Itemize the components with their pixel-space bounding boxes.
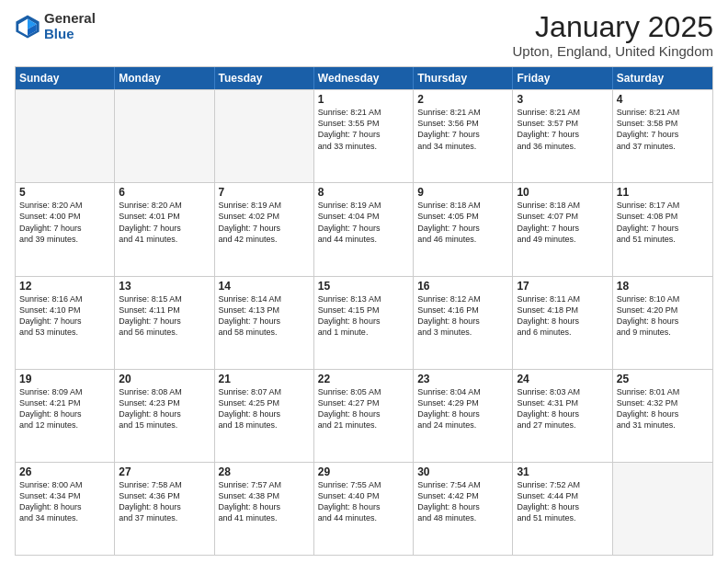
day-number: 20 — [119, 373, 210, 385]
cal-cell: 3Sunrise: 8:21 AMSunset: 3:57 PMDaylight… — [513, 90, 612, 182]
cell-text: Sunrise: 8:11 AMSunset: 4:18 PMDaylight:… — [517, 293, 608, 339]
cell-text: Sunrise: 7:57 AMSunset: 4:38 PMDaylight:… — [219, 479, 310, 524]
logo-general: General — [44, 11, 96, 27]
day-header-wednesday: Wednesday — [314, 67, 414, 89]
cell-text: Sunrise: 7:52 AMSunset: 4:44 PMDaylight:… — [517, 479, 608, 524]
title-block: January 2025 Upton, England, United King… — [513, 11, 713, 59]
logo-text: General Blue — [44, 11, 96, 41]
day-number: 6 — [119, 186, 210, 199]
day-number: 29 — [318, 465, 409, 478]
day-number: 15 — [318, 280, 409, 293]
cal-cell — [16, 90, 115, 182]
cell-text: Sunrise: 8:21 AMSunset: 3:58 PMDaylight:… — [617, 107, 709, 152]
day-header-friday: Friday — [513, 67, 612, 89]
cal-cell: 20Sunrise: 8:08 AMSunset: 4:23 PMDayligh… — [115, 370, 214, 462]
cal-cell — [613, 463, 712, 555]
logo-icon — [15, 14, 40, 40]
day-header-saturday: Saturday — [613, 67, 712, 89]
cell-text: Sunrise: 8:19 AMSunset: 4:02 PMDaylight:… — [219, 200, 310, 245]
cal-cell: 31Sunrise: 7:52 AMSunset: 4:44 PMDayligh… — [513, 463, 612, 555]
cell-text: Sunrise: 8:01 AMSunset: 4:32 PMDaylight:… — [617, 386, 709, 431]
day-number: 26 — [19, 465, 110, 478]
cell-text: Sunrise: 8:21 AMSunset: 3:57 PMDaylight:… — [517, 107, 608, 152]
day-number: 23 — [417, 373, 508, 385]
cal-cell — [215, 90, 314, 182]
cal-cell: 17Sunrise: 8:11 AMSunset: 4:18 PMDayligh… — [513, 277, 612, 369]
day-number: 28 — [219, 465, 310, 478]
cell-text: Sunrise: 8:17 AMSunset: 4:08 PMDaylight:… — [617, 200, 709, 245]
cal-cell: 23Sunrise: 8:04 AMSunset: 4:29 PMDayligh… — [414, 370, 513, 462]
cal-cell: 22Sunrise: 8:05 AMSunset: 4:27 PMDayligh… — [314, 370, 414, 462]
cal-cell: 15Sunrise: 8:13 AMSunset: 4:15 PMDayligh… — [314, 277, 414, 369]
cell-text: Sunrise: 8:12 AMSunset: 4:16 PMDaylight:… — [417, 293, 508, 339]
cal-cell: 12Sunrise: 8:16 AMSunset: 4:10 PMDayligh… — [16, 277, 115, 369]
cell-text: Sunrise: 8:18 AMSunset: 4:05 PMDaylight:… — [417, 200, 508, 245]
day-number: 7 — [219, 186, 310, 199]
logo: General Blue — [15, 11, 96, 41]
cell-text: Sunrise: 8:15 AMSunset: 4:11 PMDaylight:… — [119, 293, 210, 339]
day-number: 3 — [517, 93, 608, 106]
cal-cell: 30Sunrise: 7:54 AMSunset: 4:42 PMDayligh… — [414, 463, 513, 555]
calendar-body: 1Sunrise: 8:21 AMSunset: 3:55 PMDaylight… — [16, 89, 712, 555]
cal-cell: 8Sunrise: 8:19 AMSunset: 4:04 PMDaylight… — [314, 183, 414, 275]
day-number: 9 — [417, 186, 508, 199]
week-row-3: 12Sunrise: 8:16 AMSunset: 4:10 PMDayligh… — [16, 276, 712, 369]
day-number: 30 — [417, 465, 508, 478]
cal-cell: 28Sunrise: 7:57 AMSunset: 4:38 PMDayligh… — [215, 463, 314, 555]
cell-text: Sunrise: 8:20 AMSunset: 4:00 PMDaylight:… — [19, 200, 110, 245]
cal-cell: 16Sunrise: 8:12 AMSunset: 4:16 PMDayligh… — [414, 277, 513, 369]
cal-cell: 7Sunrise: 8:19 AMSunset: 4:02 PMDaylight… — [215, 183, 314, 275]
day-number: 24 — [517, 373, 608, 385]
cell-text: Sunrise: 7:54 AMSunset: 4:42 PMDaylight:… — [417, 479, 508, 524]
day-number: 5 — [19, 186, 110, 199]
calendar-header: SundayMondayTuesdayWednesdayThursdayFrid… — [16, 67, 712, 89]
cal-cell: 18Sunrise: 8:10 AMSunset: 4:20 PMDayligh… — [613, 277, 712, 369]
day-number: 8 — [318, 186, 409, 199]
cell-text: Sunrise: 8:18 AMSunset: 4:07 PMDaylight:… — [517, 200, 608, 245]
cell-text: Sunrise: 8:09 AMSunset: 4:21 PMDaylight:… — [19, 386, 110, 431]
cell-text: Sunrise: 8:04 AMSunset: 4:29 PMDaylight:… — [417, 386, 508, 431]
cell-text: Sunrise: 8:07 AMSunset: 4:25 PMDaylight:… — [219, 386, 310, 431]
week-row-2: 5Sunrise: 8:20 AMSunset: 4:00 PMDaylight… — [16, 182, 712, 275]
cal-cell: 10Sunrise: 8:18 AMSunset: 4:07 PMDayligh… — [513, 183, 612, 275]
day-number: 19 — [19, 373, 110, 385]
cal-cell: 2Sunrise: 8:21 AMSunset: 3:56 PMDaylight… — [414, 90, 513, 182]
cal-cell: 13Sunrise: 8:15 AMSunset: 4:11 PMDayligh… — [115, 277, 214, 369]
cal-cell: 1Sunrise: 8:21 AMSunset: 3:55 PMDaylight… — [314, 90, 414, 182]
header: General Blue January 2025 Upton, England… — [15, 11, 713, 59]
cell-text: Sunrise: 8:13 AMSunset: 4:15 PMDaylight:… — [318, 293, 409, 339]
cal-cell: 14Sunrise: 8:14 AMSunset: 4:13 PMDayligh… — [215, 277, 314, 369]
day-number: 31 — [517, 465, 608, 478]
subtitle: Upton, England, United Kingdom — [513, 43, 713, 59]
calendar: SundayMondayTuesdayWednesdayThursdayFrid… — [15, 66, 713, 556]
cell-text: Sunrise: 8:19 AMSunset: 4:04 PMDaylight:… — [318, 200, 409, 245]
day-number: 25 — [617, 373, 709, 385]
cal-cell: 9Sunrise: 8:18 AMSunset: 4:05 PMDaylight… — [414, 183, 513, 275]
cal-cell: 26Sunrise: 8:00 AMSunset: 4:34 PMDayligh… — [16, 463, 115, 555]
cell-text: Sunrise: 8:08 AMSunset: 4:23 PMDaylight:… — [119, 386, 210, 431]
day-number: 17 — [517, 280, 608, 293]
day-number: 12 — [19, 280, 110, 293]
cell-text: Sunrise: 7:58 AMSunset: 4:36 PMDaylight:… — [119, 479, 210, 524]
day-number: 1 — [318, 93, 409, 106]
cal-cell: 5Sunrise: 8:20 AMSunset: 4:00 PMDaylight… — [16, 183, 115, 275]
cell-text: Sunrise: 8:21 AMSunset: 3:55 PMDaylight:… — [318, 107, 409, 152]
cell-text: Sunrise: 8:03 AMSunset: 4:31 PMDaylight:… — [517, 386, 608, 431]
main-title: January 2025 — [513, 11, 713, 43]
day-number: 16 — [417, 280, 508, 293]
day-header-thursday: Thursday — [414, 67, 513, 89]
day-number: 22 — [318, 373, 409, 385]
cell-text: Sunrise: 8:20 AMSunset: 4:01 PMDaylight:… — [119, 200, 210, 245]
day-number: 10 — [517, 186, 608, 199]
day-number: 27 — [119, 465, 210, 478]
cal-cell: 6Sunrise: 8:20 AMSunset: 4:01 PMDaylight… — [115, 183, 214, 275]
cal-cell: 11Sunrise: 8:17 AMSunset: 4:08 PMDayligh… — [613, 183, 712, 275]
cal-cell: 24Sunrise: 8:03 AMSunset: 4:31 PMDayligh… — [513, 370, 612, 462]
cell-text: Sunrise: 8:21 AMSunset: 3:56 PMDaylight:… — [417, 107, 508, 152]
cal-cell: 21Sunrise: 8:07 AMSunset: 4:25 PMDayligh… — [215, 370, 314, 462]
day-number: 18 — [617, 280, 709, 293]
day-number: 21 — [219, 373, 310, 385]
week-row-1: 1Sunrise: 8:21 AMSunset: 3:55 PMDaylight… — [16, 89, 712, 182]
cell-text: Sunrise: 8:05 AMSunset: 4:27 PMDaylight:… — [318, 386, 409, 431]
page: General Blue January 2025 Upton, England… — [0, 0, 728, 563]
